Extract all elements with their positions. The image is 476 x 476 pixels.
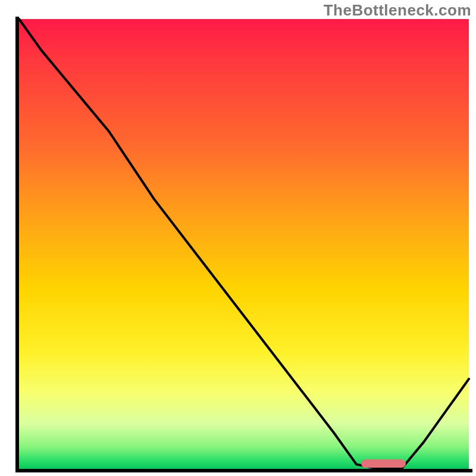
chart-container: TheBottleneck.com: [0, 0, 476, 476]
bottleneck-curve: [19, 19, 469, 469]
curve-path: [19, 19, 469, 469]
plot-area: [19, 19, 469, 469]
optimal-range-marker: [361, 459, 406, 468]
x-axis: [15, 469, 472, 472]
watermark-text: TheBottleneck.com: [324, 1, 471, 20]
